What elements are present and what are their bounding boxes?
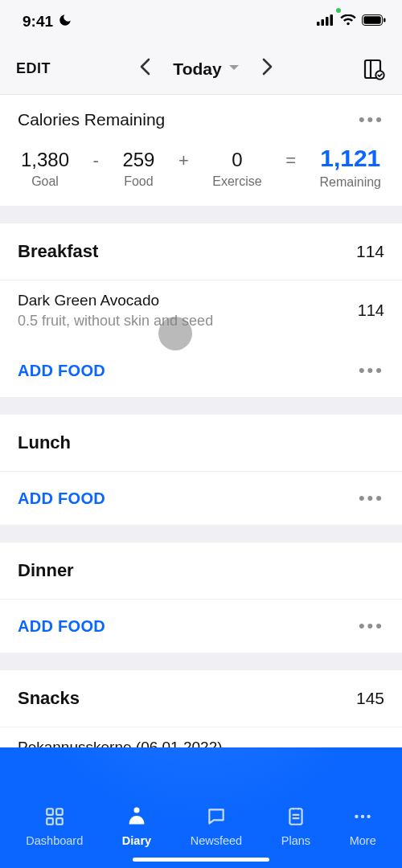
svg-point-18 — [367, 815, 371, 818]
exercise-value: 0 — [212, 149, 261, 171]
meal-name: Breakfast — [18, 241, 98, 262]
meal-name: Snacks — [18, 688, 80, 709]
remaining-value: 1,121 — [320, 145, 381, 172]
meal-header[interactable]: Lunch — [0, 415, 402, 472]
food-name: Dark Green Avocado — [18, 292, 213, 309]
food-label: Food — [122, 174, 154, 189]
meal-header[interactable]: Snacks 145 — [0, 670, 402, 727]
add-food-button[interactable]: ADD FOOD — [18, 362, 105, 380]
newsfeed-icon — [206, 806, 227, 829]
wifi-icon — [340, 14, 356, 29]
diary-icon — [125, 805, 148, 829]
goal-label: Goal — [21, 174, 69, 189]
date-label-text: Today — [173, 59, 221, 79]
status-time: 9:41 — [23, 13, 53, 31]
calories-more-button[interactable]: ••• — [359, 109, 384, 130]
dropdown-icon — [228, 63, 240, 75]
edit-button[interactable]: EDIT — [16, 60, 51, 77]
calories-remaining[interactable]: 1,121 Remaining — [320, 145, 381, 190]
dashboard-icon — [44, 806, 65, 829]
add-food-button[interactable]: ADD FOOD — [18, 489, 105, 508]
home-indicator[interactable] — [133, 858, 269, 862]
calories-card: Calories Remaining ••• 1,380 Goal - 259 … — [0, 95, 402, 206]
next-day-button[interactable] — [256, 53, 280, 85]
svg-rect-6 — [384, 18, 386, 23]
meal-header[interactable]: Dinner — [0, 542, 402, 600]
date-picker: Today — [51, 53, 362, 85]
meal-more-button[interactable]: ••• — [359, 616, 384, 637]
bottom-nav-wrap: Dashboard Diary Newsfeed Plans — [0, 747, 402, 868]
date-select[interactable]: Today — [173, 59, 239, 79]
goal-value: 1,380 — [21, 149, 69, 171]
minus-sign: - — [93, 150, 99, 171]
meal-dinner: Dinner ADD FOOD ••• — [0, 542, 402, 653]
cellular-icon — [317, 14, 334, 29]
equals-sign: = — [285, 150, 296, 171]
svg-rect-3 — [330, 14, 334, 26]
meal-more-button[interactable]: ••• — [359, 488, 384, 509]
tab-dashboard[interactable]: Dashboard — [26, 806, 83, 847]
exercise-label: Exercise — [212, 174, 261, 189]
calories-food[interactable]: 259 Food — [122, 149, 154, 189]
svg-rect-5 — [363, 16, 380, 23]
svg-rect-0 — [317, 22, 320, 26]
svg-point-14 — [133, 808, 139, 813]
calories-title: Calories Remaining — [18, 110, 165, 129]
svg-rect-11 — [56, 809, 63, 815]
tab-label: More — [350, 834, 376, 847]
more-icon — [352, 806, 373, 829]
meal-more-button[interactable]: ••• — [359, 360, 384, 381]
remaining-label: Remaining — [320, 175, 381, 190]
meal-name: Dinner — [18, 560, 74, 581]
calories-exercise[interactable]: 0 Exercise — [212, 149, 261, 189]
touch-indicator — [158, 317, 192, 350]
tab-diary[interactable]: Diary — [122, 805, 151, 847]
prev-day-button[interactable] — [133, 53, 157, 85]
plus-sign: + — [178, 150, 189, 171]
nutrition-report-button[interactable] — [362, 57, 386, 81]
svg-point-16 — [355, 815, 358, 818]
meal-lunch: Lunch ADD FOOD ••• — [0, 415, 402, 525]
tab-label: Newsfeed — [191, 834, 242, 847]
svg-rect-12 — [47, 818, 53, 825]
meal-breakfast: Breakfast 114 Dark Green Avocado 0.5 fru… — [0, 223, 402, 397]
svg-rect-10 — [47, 809, 53, 815]
meal-total: 114 — [356, 242, 384, 261]
plans-icon — [285, 806, 306, 829]
svg-rect-1 — [322, 19, 325, 26]
battery-icon — [362, 14, 386, 29]
food-calories: 114 — [358, 301, 384, 320]
tab-newsfeed[interactable]: Newsfeed — [191, 806, 242, 847]
tab-label: Plans — [281, 834, 310, 847]
meal-total: 145 — [356, 689, 384, 708]
status-bar: 9:41 — [0, 0, 402, 43]
privacy-dot-icon — [336, 8, 341, 13]
food-value: 259 — [122, 149, 154, 171]
add-food-button[interactable]: ADD FOOD — [18, 617, 105, 636]
tab-label: Dashboard — [26, 834, 83, 847]
svg-rect-15 — [289, 809, 302, 825]
meal-header[interactable]: Breakfast 114 — [0, 223, 402, 280]
moon-icon — [58, 13, 72, 31]
calories-goal[interactable]: 1,380 Goal — [21, 149, 69, 189]
svg-rect-13 — [56, 818, 63, 825]
tab-more[interactable]: More — [350, 806, 376, 847]
top-nav: EDIT Today — [0, 43, 402, 95]
meal-name: Lunch — [18, 432, 71, 453]
tab-plans[interactable]: Plans — [281, 806, 310, 847]
svg-rect-2 — [326, 17, 329, 26]
tab-label: Diary — [122, 834, 151, 847]
food-item[interactable]: Dark Green Avocado 0.5 fruit, without sk… — [0, 280, 402, 344]
svg-point-17 — [361, 815, 364, 818]
